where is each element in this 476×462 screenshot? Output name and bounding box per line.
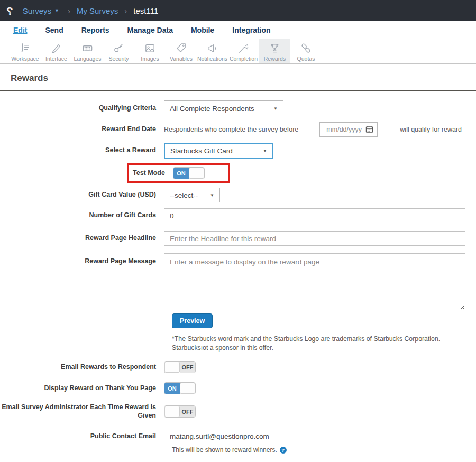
main-tab-nav: Edit Send Reports Manage Data Mobile Int… [0,21,476,39]
top-header-bar: ? Surveys ▼ › My Surveys › test111 [0,0,476,21]
email-rewards-row: Email Rewards to Respondent OFF [0,361,476,373]
test-mode-row: Test Mode ON [0,163,476,183]
select-arrow-icon: ▼ [273,106,278,111]
reward-page-headline-input[interactable] [164,231,465,246]
chain-links-icon [300,42,312,54]
test-mode-label: Test Mode [133,169,173,178]
test-mode-toggle[interactable]: ON [173,167,205,179]
starbucks-disclaimer-text: *The Starbucks word mark and the Starbuc… [172,335,474,352]
test-mode-annotation-box: Test Mode ON [127,163,230,183]
display-reward-toggle[interactable]: ON [164,382,196,394]
number-of-gift-cards-label: Number of Gift Cards [0,211,164,220]
tab-reports[interactable]: Reports [81,26,109,34]
reward-page-headline-label: Reward Page Headline [0,234,164,243]
toggle-handle [164,362,180,373]
toolbar-item-languages[interactable]: Languages [72,39,103,63]
email-rewards-label: Email Rewards to Respondent [0,363,164,372]
toggle-handle [180,383,195,394]
breadcrumb-separator: › [124,6,127,15]
preview-button[interactable]: Preview [172,313,213,328]
reward-page-message-label: Reward Page Message [0,253,164,266]
edit-section-toolbar: Workspace Interface Languages Security I… [0,39,476,64]
reward-end-date-label: Reward End Date [0,125,164,134]
gift-card-value-select[interactable]: --select-- ▼ [164,188,220,202]
qualifying-criteria-row: Qualifying Criteria All Complete Respond… [0,100,476,116]
qualifying-criteria-label: Qualifying Criteria [0,104,164,113]
preview-row: Preview [172,313,476,328]
toolbar-item-completion[interactable]: Completion [228,39,259,63]
select-arrow-icon: ▼ [263,149,267,153]
select-arrow-icon: ▼ [210,193,214,198]
chevron-down-icon[interactable]: ▼ [54,8,59,13]
select-reward-row: Select a Reward Starbucks Gift Card ▼ [0,143,476,159]
gift-card-value-row: Gift Card Value (USD) --select-- ▼ [0,188,476,202]
megaphone-icon [206,42,218,54]
email-admin-label: Email Survey Administrator Each Time Rew… [0,403,164,420]
reward-page-message-row: Reward Page Message [0,253,476,310]
select-reward-select[interactable]: Starbucks Gift Card ▼ [164,143,273,159]
tab-integration[interactable]: Integration [232,26,270,34]
tab-manage-data[interactable]: Manage Data [127,26,173,34]
select-reward-label: Select a Reward [0,146,164,155]
public-contact-email-label: Public Contact Email [0,432,164,441]
email-admin-toggle[interactable]: OFF [164,405,196,418]
tag-icon [175,42,187,54]
breadcrumb-current-survey: test111 [133,6,158,15]
end-date-field-wrap [319,122,378,137]
email-admin-row: Email Survey Administrator Each Time Rew… [0,403,476,420]
keyboard-icon [81,42,94,54]
email-helper-row: This will be shown to reward winners. ? [172,446,476,454]
reward-page-headline-row: Reward Page Headline [0,231,476,246]
display-reward-label: Display Reward on Thank You Page [0,384,164,393]
email-rewards-toggle[interactable]: OFF [164,361,196,373]
email-helper-text: This will be shown to reward winners. [172,446,277,454]
reward-page-message-textarea[interactable] [164,253,465,310]
pen-icon [50,42,62,54]
toolbar-item-interface[interactable]: Interface [41,39,72,63]
toggle-handle [189,168,204,179]
end-date-suffix-text: will qualify for reward [400,126,462,133]
reward-end-date-row: Reward End Date Respondents who complete… [0,122,476,137]
key-icon [113,42,125,54]
toolbar-item-security[interactable]: Security [103,39,134,63]
qualifying-criteria-select[interactable]: All Complete Respondents ▼ [164,100,283,116]
magic-wand-icon [237,42,250,54]
page-title: Rewards [0,64,476,90]
questionpro-logo-icon[interactable]: ? [6,5,13,16]
tab-send[interactable]: Send [45,26,63,34]
number-of-gift-cards-input[interactable] [164,208,465,223]
rewards-form: Qualifying Criteria All Complete Respond… [0,91,476,462]
image-icon [144,42,156,54]
rewards-settings-page: ? Surveys ▼ › My Surveys › test111 Edit … [0,0,476,462]
gift-card-value-label: Gift Card Value (USD) [0,191,164,199]
help-question-icon[interactable]: ? [280,447,287,454]
toolbar-item-workspace[interactable]: Workspace [10,39,41,63]
calendar-icon[interactable] [365,125,373,133]
toolbar-item-notifications[interactable]: Notifications [197,39,228,63]
bottom-dashed-divider [0,461,476,461]
breadcrumb-surveys[interactable]: Surveys [23,6,51,15]
workspace-icon [19,42,31,54]
public-contact-email-input[interactable] [164,429,465,443]
breadcrumb-my-surveys[interactable]: My Surveys [77,6,118,15]
trophy-icon [269,42,281,54]
toolbar-item-rewards[interactable]: Rewards [259,39,290,63]
toolbar-item-quotas[interactable]: Quotas [290,39,322,63]
toolbar-item-variables[interactable]: Variables [166,39,197,63]
breadcrumb-separator: › [68,6,70,15]
public-contact-email-row: Public Contact Email [0,429,476,443]
display-reward-row: Display Reward on Thank You Page ON [0,382,476,394]
end-date-prefix-text: Respondents who complete the survey befo… [164,126,298,133]
tab-edit[interactable]: Edit [13,26,27,34]
number-of-gift-cards-row: Number of Gift Cards [0,208,476,223]
tab-mobile[interactable]: Mobile [191,26,214,34]
toggle-handle [164,406,180,417]
toolbar-item-images[interactable]: Images [134,39,166,63]
